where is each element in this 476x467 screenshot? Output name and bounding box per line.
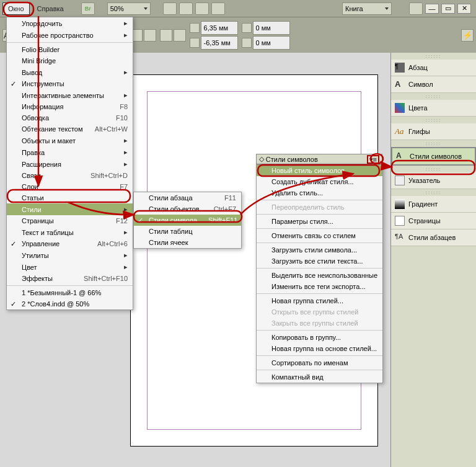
menu-folio[interactable]: Folio Builder: [7, 44, 133, 55]
swatches-icon: [395, 103, 405, 113]
char-styles-panel-tab[interactable]: ◇ Стили символов ▾≡: [256, 154, 382, 164]
index-icon: [395, 176, 405, 185]
menu-stroke[interactable]: ОбводкаF10: [7, 112, 133, 123]
panel-handle[interactable]: ::::::: [391, 117, 476, 123]
char-styles-flyout-menu: Новый стиль символов... Создать дубликат…: [256, 164, 383, 383]
view-mode-button-2[interactable]: [179, 2, 193, 15]
workspace-dropdown[interactable]: Книга: [342, 2, 392, 15]
flyout-load-all[interactable]: Загрузить все стили текста...: [257, 256, 382, 267]
menu-help[interactable]: Справка: [32, 3, 69, 14]
flyout-override: Переопределить стиль: [257, 202, 382, 213]
panel-label: Стили символов: [410, 153, 462, 160]
menu-arrange[interactable]: Упорядочить▸: [7, 17, 133, 29]
submenu-paragraph-styles[interactable]: Стили абзацаF11: [134, 192, 241, 203]
flyout-compact[interactable]: Компактный вид: [257, 371, 382, 383]
menu-mini-bridge[interactable]: Mini Bridge: [7, 55, 133, 66]
panel-glyphs[interactable]: AaГлифы: [391, 123, 476, 140]
search-icon[interactable]: [409, 2, 423, 15]
flyout-duplicate[interactable]: Создать дубликат стиля...: [257, 176, 382, 187]
panel-paragraph[interactable]: ¶Абзац: [391, 60, 476, 76]
menu-links[interactable]: СвязиShift+Ctrl+D: [7, 170, 133, 181]
panel-index[interactable]: Указатель: [391, 172, 476, 189]
menu-edit[interactable]: Правка▸: [7, 146, 133, 158]
right-indent-field[interactable]: 0 мм: [253, 36, 290, 50]
space-before-field[interactable]: 6,35 мм: [201, 21, 238, 35]
panel-handle[interactable]: ::::::: [391, 189, 476, 196]
flyout-copy-to[interactable]: Копировать в группу...: [257, 332, 382, 343]
menu-doc2[interactable]: ✓2 *Слов4.indd @ 50%: [7, 298, 133, 309]
panel-handle[interactable]: ::::::: [391, 93, 476, 100]
panel-handle[interactable]: ::::::: [391, 53, 476, 60]
left-indent-value: 0 мм: [256, 24, 271, 32]
panel-pages[interactable]: Страницы: [391, 213, 476, 229]
menu-window[interactable]: Окно: [2, 2, 30, 15]
submenu-cell-styles[interactable]: Стили ячеек: [134, 237, 241, 248]
panel-character-styles[interactable]: AСтили символов: [391, 147, 476, 166]
menu-object-layout[interactable]: Объекты и макет▸: [7, 135, 133, 146]
zoom-dropdown[interactable]: 50%: [107, 2, 151, 15]
window-maximize-button[interactable]: ▭: [441, 4, 455, 14]
panel-gradient[interactable]: Градиент: [391, 196, 476, 213]
align-justify-icon[interactable]: [144, 29, 156, 42]
screen-mode-button[interactable]: [195, 2, 209, 15]
submenu-object-styles[interactable]: Стили объектовCtrl+F7: [134, 203, 241, 215]
window-minimize-button[interactable]: —: [425, 4, 439, 14]
menu-extensions[interactable]: Расширения▸: [7, 158, 133, 170]
flyout-select-unused[interactable]: Выделить все неиспользованные: [257, 270, 382, 281]
bridge-icon[interactable]: Br: [81, 2, 95, 15]
arrange-docs-button[interactable]: [211, 2, 225, 15]
char-styles-icon: A: [396, 151, 406, 161]
menu-output[interactable]: Вывод▸: [7, 66, 133, 78]
paragraph-icon: ¶: [395, 63, 405, 73]
space-before-icon: [190, 23, 200, 33]
flyout-unlink[interactable]: Отменить связь со стилем: [257, 230, 382, 241]
menu-effects[interactable]: ЭффектыShift+Ctrl+F10: [7, 273, 133, 284]
menu-text-wrap[interactable]: Обтекание текстомAlt+Ctrl+W: [7, 123, 133, 135]
panel-label: Стили абзацев: [408, 234, 456, 241]
flyout-sort[interactable]: Сортировать по именам: [257, 357, 382, 368]
menu-color[interactable]: Цвет▸: [7, 261, 133, 273]
submenu-table-styles[interactable]: Стили таблиц: [134, 226, 241, 237]
panel-character[interactable]: AСимвол: [391, 76, 476, 93]
flyout-icon[interactable]: ⚡: [461, 29, 474, 42]
menu-articles[interactable]: Статьи: [7, 192, 133, 203]
top-menu-bar: Окно Справка Br 50% Книга — ▭ ✕: [0, 0, 476, 17]
menu-manage[interactable]: ✓УправлениеAlt+Ctrl+6: [7, 238, 133, 249]
panel-handle[interactable]: ::::::: [391, 140, 476, 147]
menu-interactive[interactable]: Интерактивные элементы▸: [7, 89, 133, 101]
left-indent-field[interactable]: 0 мм: [253, 21, 290, 35]
menu-layers[interactable]: СлоиF7: [7, 181, 133, 192]
menu-doc1[interactable]: 1 *Безымянный-1 @ 66%: [7, 287, 133, 298]
flyout-close-groups: Закрыть все группы стилей: [257, 318, 382, 329]
menu-text-tables[interactable]: Текст и таблицы▸: [7, 226, 133, 238]
right-indent-value: 0 мм: [256, 39, 271, 47]
flyout-new-group-from[interactable]: Новая группа на основе стилей...: [257, 343, 382, 354]
flyout-edit-tags[interactable]: Изменить все теги экспорта...: [257, 281, 382, 292]
indent-left-icon[interactable]: [160, 29, 172, 42]
chevron-down-icon: [385, 7, 389, 10]
flyout-open-groups: Открыть все группы стилей: [257, 306, 382, 318]
collapse-icon: ◇: [259, 155, 264, 163]
panel-swatches[interactable]: Цвета: [391, 100, 476, 117]
menu-styles[interactable]: Стили▸: [7, 203, 133, 215]
menu-tools[interactable]: ✓Инструменты: [7, 78, 133, 89]
panel-label: Указатель: [408, 177, 440, 184]
flyout-delete[interactable]: Удалить стиль...: [257, 187, 382, 198]
menu-info[interactable]: ИнформацияF8: [7, 101, 133, 112]
menu-workspace[interactable]: Рабочее пространство▸: [7, 29, 133, 41]
submenu-character-styles[interactable]: ✓Стили символаShift+F11: [134, 215, 241, 226]
panel-paragraph-styles[interactable]: ¶AСтили абзацев: [391, 229, 476, 246]
flyout-new-style[interactable]: Новый стиль символов...: [257, 165, 382, 176]
menu-utilities[interactable]: Утилиты▸: [7, 249, 133, 261]
space-after-field[interactable]: -6,35 мм: [201, 36, 238, 50]
menu-pages[interactable]: СтраницыF12: [7, 215, 133, 226]
panel-menu-icon[interactable]: ▾≡: [367, 155, 379, 164]
indent-right-icon[interactable]: [174, 29, 186, 42]
view-mode-button-1[interactable]: [163, 2, 177, 15]
flyout-load-char[interactable]: Загрузить стили символа...: [257, 244, 382, 256]
flyout-params[interactable]: Параметры стиля...: [257, 216, 382, 227]
panel-handle[interactable]: ::::::: [391, 166, 476, 172]
flyout-new-group[interactable]: Новая группа стилей...: [257, 295, 382, 306]
window-close-button[interactable]: ✕: [457, 4, 471, 14]
character-icon: A: [395, 79, 405, 89]
